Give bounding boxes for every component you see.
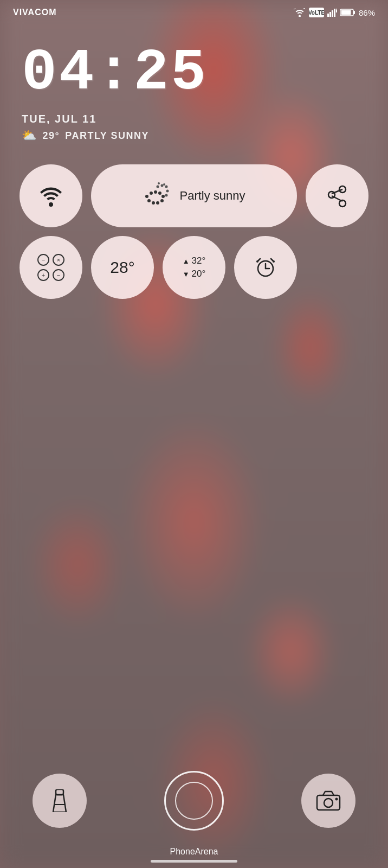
home-indicator [151,860,237,863]
flashlight-icon [50,789,69,812]
condition-text: PARTLY SUNNY [65,130,149,142]
widget-row-2: − × + − 28° ▲ 32° ▼ [20,236,368,299]
svg-rect-5 [334,9,335,17]
temp-range: ▲ 32° ▼ 20° [183,256,206,279]
watermark-text: PhoneArena [170,847,218,856]
svg-point-30 [256,260,258,263]
widget-row-1: Partly sunny [20,164,368,227]
temperature-text: 29° [43,130,60,142]
alarm-icon [253,255,278,280]
svg-point-22 [163,183,165,186]
svg-point-24 [158,182,160,184]
carrier-text: VIVACOM [13,8,56,17]
watermark-area: PhoneArena [0,847,388,860]
clock-time: 04:25 [22,43,366,102]
current-temp-text: 28° [110,258,134,277]
current-temp-widget[interactable]: 28° [91,236,154,299]
home-button-inner [175,782,213,820]
svg-rect-2 [327,14,329,17]
battery-percent: 86% [359,8,375,17]
wifi-widget-icon [38,184,64,208]
svg-point-31 [273,260,275,263]
svg-point-17 [147,199,151,202]
wifi-icon [294,8,306,17]
svg-rect-3 [329,12,331,17]
battery-icon [340,8,355,17]
camera-button[interactable] [301,774,355,828]
svg-point-12 [158,192,161,195]
partly-sunny-label: Partly sunny [179,189,245,203]
partly-sunny-icon [143,181,172,210]
weather-widget[interactable]: Partly sunny [91,164,297,227]
widgets-area: Partly sunny − × + − [0,148,388,310]
svg-text:VoLTE: VoLTE [309,10,324,16]
status-bar: VIVACOM VoLTE [0,0,388,22]
date-weather: TUE, JUL 11 ⛅ 29° PARTLY SUNNY [22,113,366,143]
svg-point-14 [160,199,164,202]
svg-point-15 [156,201,159,205]
svg-point-20 [166,190,169,193]
svg-point-10 [150,192,153,195]
weather-icon-small: ⛅ [22,129,37,143]
svg-rect-8 [341,10,351,15]
apps-widget[interactable]: − × + − [20,236,82,299]
home-button[interactable] [164,771,224,831]
alarm-widget[interactable] [234,236,297,299]
share-icon [325,184,349,208]
svg-rect-32 [56,789,63,795]
svg-point-36 [335,798,338,801]
apps-grid-icon: − × + − [37,254,64,281]
flashlight-button[interactable] [33,774,87,828]
temp-low: ▼ 20° [183,269,206,279]
status-icons: VoLTE 86% [294,8,375,17]
svg-line-26 [332,196,342,201]
svg-point-9 [145,195,148,198]
svg-point-11 [154,190,157,194]
svg-point-18 [165,186,168,188]
svg-point-19 [161,184,164,187]
svg-rect-4 [332,10,333,17]
weather-line: ⛅ 29° PARTLY SUNNY [22,129,366,143]
svg-rect-7 [353,11,355,14]
camera-icon [316,790,341,811]
svg-point-23 [157,186,159,188]
clock-area: 04:25 TUE, JUL 11 ⛅ 29° PARTLY SUNNY [0,22,388,148]
svg-point-13 [161,195,165,198]
signal-icon [327,8,337,17]
temp-high: ▲ 32° [183,256,206,266]
svg-point-35 [324,799,333,807]
bottom-bar [0,760,388,847]
share-widget[interactable] [306,164,368,227]
volte-icon: VoLTE [309,8,324,17]
wifi-widget[interactable] [20,164,82,227]
svg-point-21 [165,194,168,197]
svg-point-16 [152,201,155,205]
date-line: TUE, JUL 11 [22,113,366,125]
bottom-area: PhoneArena [0,760,388,868]
temp-range-widget[interactable]: ▲ 32° ▼ 20° [163,236,225,299]
